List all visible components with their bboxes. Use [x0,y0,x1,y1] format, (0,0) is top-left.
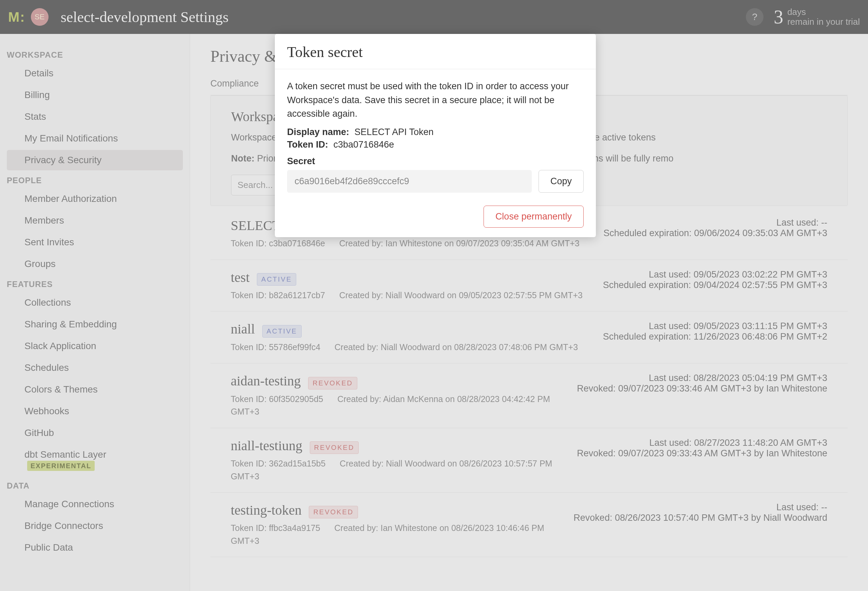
modal-body: A token secret must be used with the tok… [275,69,596,200]
modal-description: A token secret must be used with the tok… [287,80,584,121]
secret-label: Secret [287,156,584,167]
token-id-label: Token ID: [287,139,328,150]
secret-field[interactable]: c6a9016eb4f2d6e89cccefc9 [287,170,532,193]
modal-footer: Close permanently [275,200,596,237]
close-permanently-button[interactable]: Close permanently [484,206,584,228]
token-id-row: Token ID: c3ba0716846e [287,139,584,150]
modal-header: Token secret [275,34,596,69]
token-secret-modal: Token secret A token secret must be used… [275,34,596,237]
display-name-row: Display name: SELECT API Token [287,127,584,137]
copy-button[interactable]: Copy [539,170,584,193]
modal-title: Token secret [287,43,584,61]
display-name-label: Display name: [287,127,349,137]
display-name-value: SELECT API Token [354,127,434,137]
token-id-value: c3ba0716846e [334,139,394,150]
